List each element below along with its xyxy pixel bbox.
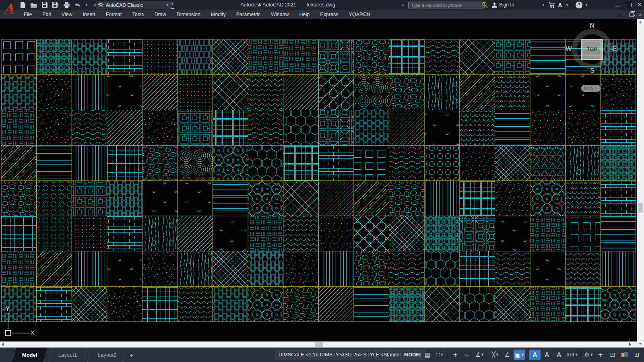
pattern-cell[interactable] <box>37 110 72 146</box>
object-snap-tracking-icon[interactable]: ╳▼ <box>489 350 501 360</box>
pattern-cell[interactable] <box>213 39 248 75</box>
annotation-autoscale-icon[interactable]: A <box>541 350 553 360</box>
qat-customize-icon[interactable]: ▼▬ <box>171 2 174 10</box>
pattern-cell[interactable] <box>566 75 601 110</box>
pattern-cell[interactable] <box>354 39 389 75</box>
pattern-cell[interactable] <box>601 251 636 286</box>
infocenter-collapse-icon[interactable]: ▸ <box>402 0 405 10</box>
menu-item-draw[interactable]: Draw <box>149 10 171 19</box>
pattern-cell[interactable] <box>566 216 601 251</box>
pattern-cell[interactable] <box>1 145 37 181</box>
pattern-cell[interactable] <box>460 39 495 75</box>
pattern-cell[interactable] <box>107 286 142 322</box>
pattern-cell[interactable] <box>72 251 107 286</box>
minimize-button[interactable] <box>612 0 623 10</box>
pattern-cell[interactable] <box>530 286 566 322</box>
pattern-cell[interactable] <box>495 39 530 75</box>
pattern-cell[interactable] <box>142 145 178 181</box>
pattern-cell[interactable] <box>1 110 37 146</box>
menu-item-view[interactable]: View <box>56 10 78 19</box>
pattern-cell[interactable] <box>318 145 354 181</box>
annotation-visibility-icon[interactable]: A <box>529 350 541 360</box>
sign-in-dropdown-icon[interactable]: ▼ <box>541 0 545 10</box>
pattern-cell[interactable] <box>107 181 142 216</box>
pattern-cell[interactable] <box>389 216 425 251</box>
annotation-monitor-icon[interactable]: + <box>595 350 606 360</box>
pattern-cell[interactable] <box>460 145 495 181</box>
pattern-cell[interactable] <box>248 251 283 286</box>
pattern-cell[interactable] <box>178 216 213 251</box>
quick-properties-icon[interactable]: ⊡ <box>607 350 618 360</box>
pattern-cell[interactable] <box>354 110 389 146</box>
pattern-cell[interactable] <box>530 145 566 181</box>
dim-style-field[interactable]: DIMSCALE:<1:1> DIMSTY:<ISO-25> STYLE:<St… <box>275 349 411 360</box>
pattern-cell[interactable] <box>389 286 425 322</box>
pattern-cell[interactable] <box>530 39 566 75</box>
pattern-cell[interactable] <box>354 216 389 251</box>
pattern-cell[interactable] <box>142 286 178 322</box>
autodesk-a-icon[interactable]: A <box>558 0 562 10</box>
pattern-cell[interactable] <box>37 251 72 286</box>
pattern-cell[interactable] <box>213 110 248 146</box>
pattern-cell[interactable] <box>460 110 495 146</box>
pattern-cell[interactable] <box>1 216 37 251</box>
pattern-cell[interactable] <box>389 251 425 286</box>
pattern-cell[interactable] <box>178 39 213 75</box>
menu-item-modify[interactable]: Modify <box>206 10 231 19</box>
pattern-cell[interactable] <box>72 286 107 322</box>
pattern-cell[interactable] <box>566 145 601 181</box>
pattern-cell[interactable] <box>178 110 213 146</box>
polar-tracking-icon[interactable]: ∡▼ <box>474 350 485 360</box>
vertical-scroll-thumb[interactable] <box>638 203 643 213</box>
pattern-cell[interactable] <box>601 286 636 322</box>
pattern-cell[interactable] <box>318 251 354 286</box>
object-snap-2d-icon[interactable]: ∠ <box>502 350 513 360</box>
pattern-cell[interactable] <box>72 75 107 110</box>
drawing-area[interactable]: 33 N W E S TOP WCS▼ Y X <box>0 19 637 341</box>
save-icon[interactable] <box>41 1 48 8</box>
pattern-cell[interactable] <box>37 145 72 181</box>
pattern-cell[interactable] <box>460 75 495 110</box>
pattern-cell[interactable] <box>1 75 37 110</box>
pattern-cell[interactable] <box>37 181 72 216</box>
pattern-cell[interactable] <box>142 251 178 286</box>
hatch-pattern-grid[interactable]: 33 <box>1 39 636 322</box>
autodesk-dropdown-icon[interactable]: ▼ <box>565 0 569 10</box>
pattern-cell[interactable] <box>389 39 425 75</box>
doc-close-button[interactable]: × <box>636 10 644 19</box>
pattern-cell[interactable] <box>530 216 566 251</box>
pattern-cell[interactable] <box>213 75 248 110</box>
pattern-cell[interactable] <box>248 286 283 322</box>
pattern-cell[interactable] <box>178 181 213 216</box>
pattern-cell[interactable] <box>318 110 354 146</box>
annotation-scale-icon[interactable]: A <box>553 350 565 360</box>
pattern-cell[interactable] <box>213 181 248 216</box>
pattern-cell[interactable] <box>178 75 213 110</box>
pattern-cell[interactable] <box>37 39 72 75</box>
pattern-cell[interactable] <box>354 286 389 322</box>
pattern-cell[interactable] <box>354 251 389 286</box>
undo-icon[interactable] <box>74 1 81 8</box>
pattern-cell[interactable] <box>213 145 248 181</box>
pattern-cell[interactable] <box>72 110 107 146</box>
ortho-mode-icon[interactable]: ∟ <box>462 350 473 360</box>
pattern-cell[interactable] <box>530 251 566 286</box>
doc-restore-button[interactable] <box>627 10 636 19</box>
pattern-cell[interactable] <box>566 286 601 322</box>
pattern-cell[interactable] <box>318 181 354 216</box>
pattern-cell[interactable] <box>424 251 460 286</box>
pattern-cell[interactable] <box>248 110 283 146</box>
pattern-cell[interactable] <box>601 75 636 110</box>
pattern-cell[interactable] <box>283 216 319 251</box>
pattern-cell[interactable] <box>142 75 178 110</box>
pattern-cell[interactable] <box>248 216 283 251</box>
pattern-cell[interactable] <box>530 110 566 146</box>
pattern-cell[interactable] <box>142 181 178 216</box>
horizontal-scrollbar[interactable] <box>0 341 637 348</box>
pattern-cell[interactable] <box>389 75 425 110</box>
pattern-cell[interactable] <box>460 251 495 286</box>
pattern-cell[interactable] <box>283 181 319 216</box>
pattern-cell[interactable] <box>72 39 107 75</box>
pattern-cell[interactable] <box>72 216 107 251</box>
pattern-cell[interactable] <box>530 181 566 216</box>
